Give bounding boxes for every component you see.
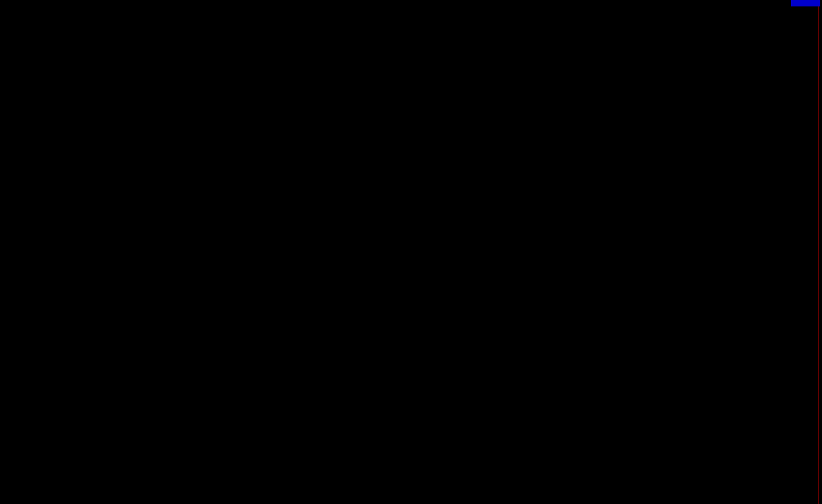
indicator-item-trend — [3, 253, 5, 263]
marker-button-rise[interactable] — [285, 241, 295, 251]
indicator-item-dont-miss — [29, 253, 32, 263]
marker-button-decrease[interactable] — [223, 241, 233, 251]
indicator-item-bottom-flash — [38, 253, 40, 263]
panel-right-border — [818, 0, 819, 504]
axis-cursor-value-badge — [791, 0, 820, 6]
main-candlestick-chart[interactable] — [0, 0, 822, 251]
trading-app-screen — [0, 0, 822, 504]
indicator-item-zgmt-buy — [12, 253, 14, 263]
indicator-item-chance-coming — [47, 253, 49, 263]
indicator-header — [0, 252, 58, 264]
indicator-item-zgmt-wait — [56, 253, 58, 263]
marker-button-rank[interactable] — [435, 241, 445, 251]
marker-button-fall[interactable] — [413, 241, 423, 251]
indicator-subchart[interactable] — [0, 251, 822, 504]
indicator-item-bottom-signal — [20, 253, 23, 263]
